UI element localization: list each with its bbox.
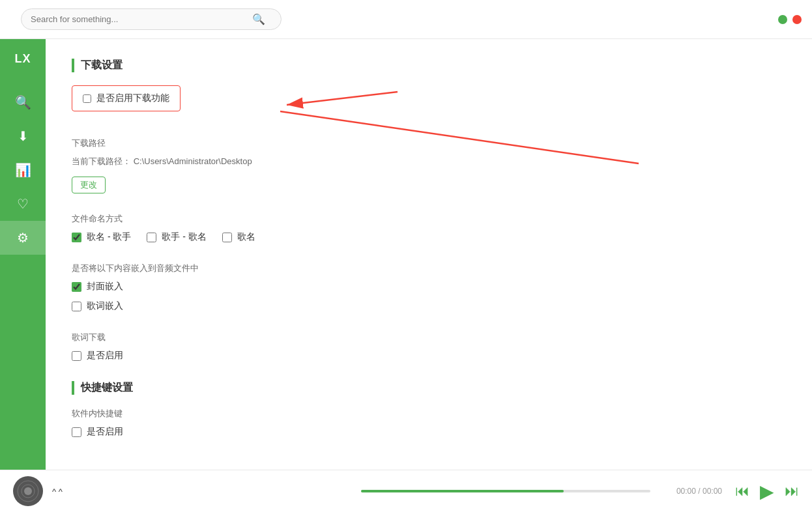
embed-cover-label: 封面嵌入: [87, 281, 123, 292]
shortcut-section-title: 快捷键设置: [72, 381, 786, 395]
shortcut-enable-label: 是否启用: [87, 426, 123, 438]
embed-lyrics-label: 歌词嵌入: [87, 300, 123, 312]
bottom-player: ^ ^ 00:00 / 00:00 ⏮ ▶ ⏭: [0, 470, 812, 512]
progress-bar-wrap[interactable]: [361, 490, 650, 492]
next-button[interactable]: ⏭: [785, 483, 799, 500]
player-controls: ⏮ ▶ ⏭: [735, 481, 799, 502]
sidebar-item-chart[interactable]: 📊: [0, 153, 46, 187]
current-path-value: C:\Users\Administrator\Desktop: [134, 156, 252, 166]
shortcut-app-label: 软件内快捷键: [72, 408, 786, 420]
lyrics-enable-option[interactable]: 是否启用: [72, 350, 786, 362]
search-icon: 🔍: [252, 13, 265, 25]
enable-download-label: 是否启用下载功能: [96, 92, 169, 104]
play-button[interactable]: ▶: [760, 481, 774, 502]
sidebar-item-download[interactable]: ⬇: [0, 119, 46, 153]
embed-block: 是否将以下内容嵌入到音频文件中 封面嵌入 歌词嵌入: [72, 263, 786, 312]
lyrics-enable-label: 是否启用: [87, 350, 123, 362]
change-path-button[interactable]: 更改: [72, 177, 106, 193]
sidebar-item-search[interactable]: 🔍: [0, 85, 46, 119]
svg-line-1: [287, 92, 398, 105]
prev-button[interactable]: ⏮: [735, 483, 749, 500]
svg-point-3: [14, 477, 42, 505]
naming-checkbox-0[interactable]: [72, 233, 81, 242]
download-path-block: 下载路径 当前下载路径： C:\Users\Administrator\Desk…: [72, 137, 786, 193]
download-section-title: 下载设置: [72, 59, 786, 72]
player-album-art: [13, 476, 43, 506]
player-progress-area[interactable]: [361, 490, 650, 492]
naming-checkbox-1[interactable]: [147, 233, 156, 242]
enable-download-checkbox[interactable]: [83, 94, 91, 103]
naming-option-1[interactable]: 歌手 - 歌名: [147, 231, 206, 243]
current-path-prefix: 当前下载路径：: [72, 156, 131, 166]
naming-label-1: 歌手 - 歌名: [162, 231, 206, 243]
current-path-row: 当前下载路径： C:\Users\Administrator\Desktop: [72, 156, 786, 167]
settings-nav-icon: ⚙: [17, 230, 29, 246]
download-nav-icon: ⬇: [18, 128, 29, 144]
sidebar-item-settings[interactable]: ⚙: [0, 221, 46, 255]
lyrics-download-label: 歌词下载: [72, 332, 786, 343]
svg-point-6: [25, 488, 31, 494]
sidebar: LX 🔍 ⬇ 📊 ♡ ⚙: [0, 39, 46, 470]
app-logo: LX: [8, 46, 37, 72]
lyrics-download-block: 歌词下载 是否启用: [72, 332, 786, 362]
progress-bar-fill: [361, 490, 564, 492]
annotation-arrow: [280, 79, 424, 131]
file-naming-label: 文件命名方式: [72, 213, 786, 225]
shortcut-enable-option[interactable]: 是否启用: [72, 426, 786, 438]
player-title: ^ ^: [52, 487, 341, 496]
naming-label-0: 歌名 - 歌手: [87, 231, 131, 243]
embed-lyrics-checkbox[interactable]: [72, 302, 81, 311]
window-controls: [778, 15, 802, 24]
enable-download-box: 是否启用下载功能: [72, 85, 181, 111]
embed-cover-option[interactable]: 封面嵌入: [72, 281, 786, 292]
main-layout: LX 🔍 ⬇ 📊 ♡ ⚙ 下载设置: [0, 39, 812, 470]
download-path-label: 下载路径: [72, 137, 786, 149]
chart-nav-icon: 📊: [15, 162, 31, 178]
svg-point-7: [27, 490, 29, 492]
shortcut-enable-checkbox[interactable]: [72, 427, 81, 437]
app-container: 🔍 LX 🔍 ⬇ 📊 ♡ ⚙: [0, 0, 812, 512]
naming-checkbox-2[interactable]: [222, 233, 232, 242]
naming-options-group: 歌名 - 歌手 歌手 - 歌名 歌名: [72, 231, 786, 243]
naming-option-0[interactable]: 歌名 - 歌手: [72, 231, 131, 243]
embed-lyrics-option[interactable]: 歌词嵌入: [72, 300, 786, 312]
file-naming-block: 文件命名方式 歌名 - 歌手 歌手 - 歌名 歌名: [72, 213, 786, 243]
naming-label-2: 歌名: [237, 231, 255, 243]
shortcut-block: 软件内快捷键 是否启用: [72, 408, 786, 438]
lyrics-enable-checkbox[interactable]: [72, 351, 81, 361]
minimize-dot[interactable]: [778, 15, 787, 24]
top-bar: 🔍: [0, 0, 812, 39]
search-box[interactable]: 🔍: [21, 8, 282, 30]
embed-cover-checkbox[interactable]: [72, 282, 81, 292]
naming-option-2[interactable]: 歌名: [222, 231, 255, 243]
heart-nav-icon: ♡: [17, 196, 29, 212]
embed-section-label: 是否将以下内容嵌入到音频文件中: [72, 263, 786, 274]
search-input[interactable]: [31, 14, 252, 24]
player-time: 00:00 / 00:00: [676, 487, 722, 496]
close-dot[interactable]: [792, 15, 802, 24]
player-info: ^ ^: [52, 487, 341, 496]
search-nav-icon: 🔍: [15, 94, 31, 110]
vinyl-icon: [13, 476, 43, 506]
settings-content: 下载设置 是否启用下载功能: [46, 39, 812, 470]
sidebar-item-favorite[interactable]: ♡: [0, 187, 46, 221]
